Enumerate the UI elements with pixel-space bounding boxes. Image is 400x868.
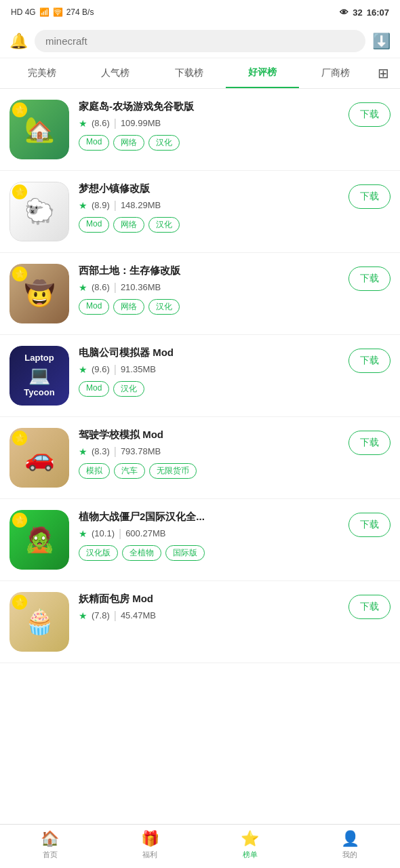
app-meta-1: ★ (8.6) | 109.99MB: [79, 117, 339, 130]
list-item: 🧁 ⭐ 妖精面包房 Mod ★ (7.8) | 45.47MB 下载: [0, 581, 400, 663]
app-tags-1: Mod 网络 汉化: [79, 135, 339, 151]
app-title-5: 驾驶学校模拟 Mod: [79, 428, 339, 441]
app-title-6: 植物大战僵尸2国际汉化全...: [79, 510, 339, 524]
download-button-4[interactable]: 下载: [348, 349, 391, 373]
nav-ranking-label: 榜单: [243, 850, 258, 860]
app-right-7: 下载: [348, 592, 391, 619]
app-icon-1: 🏡 ⭐: [9, 100, 69, 159]
tag-cn-1: 汉化: [148, 135, 180, 151]
download-button-2[interactable]: 下载: [348, 184, 391, 209]
tab-perfect[interactable]: 完美榜: [5, 59, 79, 87]
list-item: 🧟 ⭐ 植物大战僵尸2国际汉化全... ★ (10.1) | 600.27MB …: [0, 499, 400, 581]
app-meta-7: ★ (7.8) | 45.47MB: [79, 610, 339, 622]
nav-welfare-label: 福利: [142, 850, 157, 860]
nav-profile-label: 我的: [342, 850, 357, 860]
app-tags-3: Mod 网络 汉化: [79, 299, 339, 315]
grid-view-icon[interactable]: ⊞: [372, 58, 395, 88]
app-title-3: 西部土地：生存修改版: [79, 264, 339, 277]
nav-home-label: 首页: [43, 850, 58, 860]
app-meta-6: ★ (10.1) | 600.27MB: [79, 528, 339, 540]
rating-star-3: ★: [79, 282, 87, 293]
download-button-6[interactable]: 下载: [348, 513, 391, 537]
nav-profile[interactable]: 👤 我的: [341, 830, 359, 860]
status-bar: HD 4G 📶 🛜 274 B/s 👁 32 16:07: [0, 0, 400, 24]
app-rating-4: (9.6): [92, 364, 110, 374]
rating-star-2: ★: [79, 200, 87, 211]
app-list: 🏡 ⭐ 家庭岛-农场游戏免谷歌版 ★ (8.6) | 109.99MB Mod …: [0, 89, 400, 711]
app-right-3: 下载: [348, 264, 391, 291]
app-meta-2: ★ (8.9) | 148.29MB: [79, 199, 339, 212]
tag-mod-2: Mod: [79, 217, 109, 233]
signal-icon: 📶: [39, 7, 49, 17]
app-size-6: 600.27MB: [125, 528, 165, 538]
tab-popular[interactable]: 人气榜: [79, 59, 152, 87]
app-size-5: 793.78MB: [121, 446, 161, 456]
app-icon-3: 🤠 ⭐: [9, 264, 69, 323]
app-title-2: 梦想小镇修改版: [79, 182, 339, 195]
tab-vendor[interactable]: 厂商榜: [299, 59, 372, 87]
download-button-5[interactable]: 下载: [348, 431, 391, 455]
app-meta-5: ★ (8.3) | 793.78MB: [79, 446, 339, 458]
app-tags-2: Mod 网络 汉化: [79, 217, 339, 233]
download-button-7[interactable]: 下载: [348, 595, 391, 619]
tag-mod-3: Mod: [79, 299, 109, 315]
tag-plant-6: 全植物: [122, 545, 161, 561]
rating-star-1: ★: [79, 118, 87, 129]
app-tags-6: 汉化版 全植物 国际版: [79, 545, 339, 561]
star-badge-2: ⭐: [12, 184, 27, 199]
star-badge-7: ⭐: [12, 595, 27, 610]
nav-home[interactable]: 🏠 首页: [41, 830, 59, 860]
tag-net-2: 网络: [113, 217, 144, 233]
bottom-nav: 🏠 首页 🎁 福利 ⭐ 榜单 👤 我的: [0, 824, 400, 868]
bell-icon[interactable]: 🔔: [9, 33, 28, 50]
app-info-6: 植物大战僵尸2国际汉化全... ★ (10.1) | 600.27MB 汉化版 …: [79, 510, 339, 561]
app-title-4: 电脑公司模拟器 Mod: [79, 346, 339, 359]
wifi-icon: 🛜: [53, 7, 63, 17]
app-right-2: 下载: [348, 182, 391, 209]
tag-cn-3: 汉化: [148, 299, 180, 315]
tag-mod-4: Mod: [79, 381, 109, 397]
star-badge-6: ⭐: [12, 513, 27, 528]
list-item: Laptop 💻 Tycoon 电脑公司模拟器 Mod ★ (9.6) | 91…: [0, 335, 400, 417]
rating-star-7: ★: [79, 610, 87, 621]
nav-welfare[interactable]: 🎁 福利: [141, 830, 159, 860]
list-item: 🚗 ⭐ 驾驶学校模拟 Mod ★ (8.3) | 793.78MB 模拟 汽车 …: [0, 417, 400, 499]
tab-rating[interactable]: 好评榜: [226, 58, 299, 88]
gift-icon: 🎁: [141, 830, 159, 848]
tag-coin-5: 无限货币: [149, 463, 197, 479]
status-right: 👁 32 16:07: [340, 7, 389, 18]
app-right-1: 下载: [348, 100, 391, 127]
download-button-1[interactable]: 下载: [348, 102, 391, 127]
download-button-3[interactable]: 下载: [348, 267, 391, 291]
app-size-1: 109.99MB: [121, 118, 161, 128]
download-icon[interactable]: ⬇️: [372, 33, 391, 50]
status-left: HD 4G 📶 🛜 274 B/s: [11, 7, 94, 17]
tag-cn-2: 汉化: [148, 217, 180, 233]
app-size-4: 91.35MB: [121, 364, 156, 374]
app-right-6: 下载: [348, 510, 391, 537]
rating-star-5: ★: [79, 446, 87, 457]
app-icon-2: 🐑 ⭐: [9, 182, 69, 241]
app-meta-3: ★ (8.6) | 210.36MB: [79, 281, 339, 294]
time-label: 16:07: [367, 7, 389, 18]
tab-download[interactable]: 下载榜: [152, 59, 225, 87]
app-icon-6: 🧟 ⭐: [9, 510, 69, 570]
network-label: HD 4G: [11, 7, 36, 17]
nav-ranking[interactable]: ⭐ 榜单: [241, 830, 259, 860]
app-right-5: 下载: [348, 428, 391, 455]
rating-star-4: ★: [79, 364, 87, 375]
app-icon-7: 🧁 ⭐: [9, 592, 69, 652]
app-rating-2: (8.9): [92, 200, 110, 210]
list-item: 🤠 ⭐ 西部土地：生存修改版 ★ (8.6) | 210.36MB Mod 网络…: [0, 253, 400, 335]
speed-label: 274 B/s: [66, 7, 94, 17]
tag-chn-6: 汉化版: [79, 545, 118, 561]
tag-cn-4: 汉化: [113, 381, 144, 397]
app-rating-5: (8.3): [92, 446, 110, 456]
app-icon-5: 🚗 ⭐: [9, 428, 69, 488]
app-rating-3: (8.6): [92, 282, 110, 292]
app-size-3: 210.36MB: [121, 282, 161, 292]
tag-net-1: 网络: [113, 135, 144, 151]
list-item: 🏡 ⭐ 家庭岛-农场游戏免谷歌版 ★ (8.6) | 109.99MB Mod …: [0, 89, 400, 171]
search-input[interactable]: [35, 30, 365, 52]
app-icon-4: Laptop 💻 Tycoon: [9, 346, 69, 406]
